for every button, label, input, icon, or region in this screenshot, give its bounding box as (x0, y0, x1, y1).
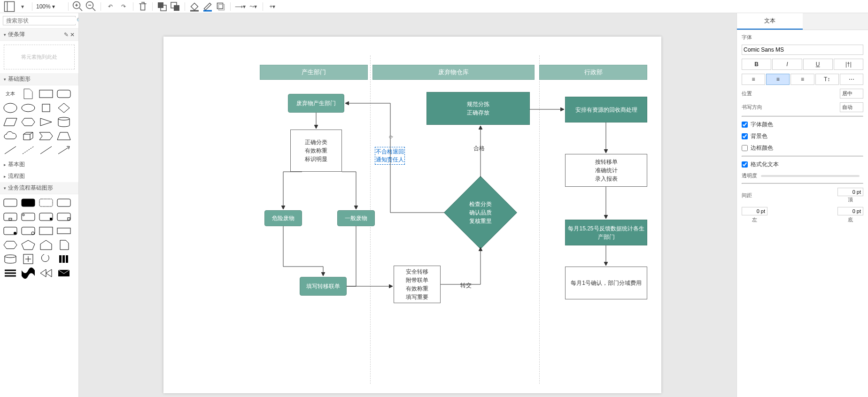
scratchpad-dropzone[interactable]: 将元素拖到此处 (4, 45, 75, 69)
node-fill[interactable]: 填写转移联单 (300, 277, 347, 296)
spacing-left-input[interactable] (742, 207, 767, 215)
format-text-check[interactable]: 格式化文本 (742, 160, 863, 168)
bpmn-header[interactable]: ▾业务流程基础图形 (0, 182, 78, 194)
add-icon[interactable]: +▾ (267, 1, 278, 12)
node-check[interactable]: 检查分类 确认品质 复核重里 (444, 176, 517, 249)
fill-icon[interactable] (189, 1, 200, 12)
shape-cloud[interactable] (3, 130, 18, 142)
font-color-check[interactable]: 字体颜色 (742, 121, 863, 129)
layout-icon[interactable] (4, 1, 15, 12)
bpmn-rect2[interactable] (56, 225, 71, 237)
shape-line[interactable] (3, 145, 18, 156)
shape-dashed[interactable] (21, 145, 36, 156)
basic-shapes-header[interactable]: ▾基础图形 (0, 73, 78, 85)
tab-text[interactable]: 文本 (737, 13, 803, 30)
spacing-top-input[interactable] (837, 188, 863, 196)
bpmn-db[interactable] (3, 253, 18, 265)
node-start[interactable]: 废弃物产生部门 (288, 94, 344, 113)
spacing-bottom-input[interactable] (837, 207, 863, 215)
bpmn-rewind[interactable] (39, 267, 54, 279)
bold-button[interactable]: B (742, 59, 771, 70)
shape-square[interactable] (39, 102, 54, 114)
bpmn-plus[interactable] (21, 253, 36, 265)
shape-page[interactable] (21, 88, 36, 99)
bpmn-sub5[interactable] (3, 225, 18, 237)
shape-cylinder[interactable] (56, 116, 71, 128)
align-center-button[interactable]: ≡ (766, 74, 790, 85)
bpmn-house[interactable] (39, 239, 54, 251)
shape-trapezoid[interactable] (56, 130, 71, 142)
spacing-button[interactable]: |†| (834, 59, 863, 70)
canvas-area[interactable]: 产生部门 废弃物仓库 行政部 废弃物产生部门 正确分类 有效称重 标识明显 危险… (79, 13, 736, 397)
vertical-text-button[interactable]: T↕ (815, 74, 839, 85)
connection-icon[interactable]: ⟶▾ (234, 1, 246, 12)
bpmn-lines[interactable] (3, 267, 18, 279)
waypoint-icon[interactable]: ⤳▾ (248, 1, 259, 12)
delete-icon[interactable] (137, 1, 148, 12)
underline-button[interactable]: U (803, 59, 833, 70)
shape-oval[interactable] (21, 102, 36, 114)
node-general[interactable]: 一般废物 (337, 210, 375, 226)
bg-color-check[interactable]: 背景色 (742, 132, 863, 140)
bpmn-sub2[interactable] (21, 211, 36, 222)
shape-ellipse[interactable] (3, 102, 18, 114)
bpmn-wave[interactable] (21, 267, 36, 279)
zoom-in-icon[interactable] (72, 1, 84, 12)
writing-value[interactable]: 自动 (840, 102, 863, 112)
to-front-icon[interactable] (156, 1, 168, 12)
shape-hexagon[interactable] (21, 116, 36, 128)
search-input[interactable] (6, 17, 77, 24)
bpmn-hex[interactable] (3, 239, 18, 251)
bpmn-sub6[interactable] (21, 225, 36, 237)
border-color-check[interactable]: 边框颜色 (742, 144, 863, 152)
bpmn-rect[interactable] (39, 225, 54, 237)
redo-icon[interactable]: ↷ (118, 1, 129, 12)
node-feedback[interactable]: 每月15.25号反馈数据统计各生产部门 (565, 220, 647, 245)
line-color-icon[interactable] (202, 1, 213, 12)
bpmn-bars[interactable] (56, 253, 71, 265)
node-classify[interactable]: 正确分类 有效称重 标识明显 (290, 130, 342, 172)
dropdown-icon[interactable]: ▾ (17, 1, 28, 12)
tab-other[interactable] (803, 13, 868, 30)
scratchpad-header[interactable]: ▾便条簿 ✎ ✕ (0, 29, 78, 41)
shape-arrow[interactable] (56, 145, 71, 156)
swimlane-header-1[interactable]: 产生部门 (260, 65, 368, 80)
label-submit[interactable]: 转交 (460, 282, 472, 290)
undo-icon[interactable]: ↶ (105, 1, 116, 12)
bpmn-sub3[interactable] (39, 211, 54, 222)
bpmn-pent[interactable] (21, 239, 36, 251)
bpmn-task1[interactable] (3, 197, 18, 208)
shape-rect[interactable] (39, 88, 54, 99)
shape-text[interactable]: 文本 (3, 88, 18, 99)
bpmn-loop[interactable] (39, 253, 54, 265)
font-select[interactable] (742, 45, 863, 55)
swimlane-header-3[interactable]: 行政部 (539, 65, 647, 80)
bpmn-sub1[interactable] (3, 211, 18, 222)
shape-parallelogram[interactable] (3, 116, 18, 128)
node-stat[interactable]: 按转移单 准确统计 录入报表 (565, 154, 647, 187)
position-value[interactable]: 居中 (840, 89, 863, 99)
section-basic-diagram[interactable]: 基本图 (0, 159, 78, 170)
opacity-slider[interactable] (761, 175, 860, 177)
bpmn-doc[interactable] (56, 239, 71, 251)
node-safe[interactable]: 安全转移 附带联单 有效称重 填写重要 (394, 266, 441, 303)
shape-rounded[interactable] (56, 88, 71, 99)
zoom-select[interactable]: 100% ▾ (36, 3, 64, 10)
shape-step[interactable] (39, 130, 54, 142)
bpmn-mail[interactable] (56, 267, 71, 279)
rotate-handle-icon[interactable]: ⟳ (389, 134, 393, 140)
shape-diamond[interactable] (56, 102, 71, 114)
shape-line2[interactable] (39, 145, 54, 156)
scratchpad-actions[interactable]: ✎ ✕ (64, 31, 75, 38)
shadow-icon[interactable] (215, 1, 226, 12)
zoom-out-icon[interactable] (85, 1, 97, 12)
node-sort[interactable]: 规范分拣 正确存放 (426, 92, 530, 125)
node-hazard[interactable]: 危险废物 (264, 210, 302, 226)
diagram-canvas[interactable]: 产生部门 废弃物仓库 行政部 废弃物产生部门 正确分类 有效称重 标识明显 危险… (163, 37, 661, 393)
swimlane-header-2[interactable]: 废弃物仓库 (372, 65, 535, 80)
align-left-button[interactable]: ≡ (742, 74, 765, 85)
label-pass[interactable]: 合格 (473, 145, 485, 153)
bpmn-sub4[interactable] (56, 211, 71, 222)
shape-triangle[interactable] (39, 116, 54, 128)
node-confirm[interactable]: 每月1号确认，部门分域费用 (565, 267, 647, 299)
